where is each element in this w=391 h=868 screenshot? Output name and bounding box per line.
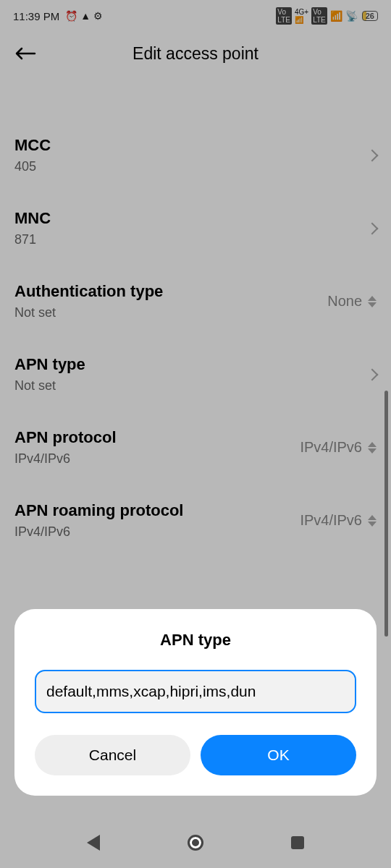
nav-back-button[interactable]: [87, 835, 100, 851]
dialog-title: APN type: [35, 631, 356, 650]
apn-type-dialog: APN type Cancel OK: [14, 609, 377, 796]
nav-recent-button[interactable]: [291, 836, 304, 849]
navigation-bar: [0, 817, 391, 868]
apn-type-input[interactable]: [35, 670, 356, 713]
cancel-button[interactable]: Cancel: [35, 735, 190, 775]
ok-button[interactable]: OK: [201, 735, 356, 775]
nav-home-button[interactable]: [188, 835, 203, 851]
dialog-overlay[interactable]: APN type Cancel OK: [0, 0, 391, 868]
